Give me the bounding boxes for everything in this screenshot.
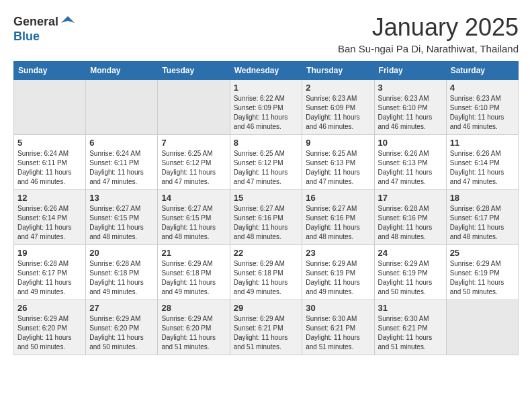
calendar-cell: 5Sunrise: 6:24 AMSunset: 6:11 PMDaylight… (14, 135, 86, 190)
page-header: General Blue January 2025 Ban Su-ngai Pa… (13, 13, 519, 54)
day-number: 29 (234, 303, 299, 313)
day-number: 8 (234, 138, 299, 148)
calendar-table: SundayMondayTuesdayWednesdayThursdayFrid… (13, 61, 519, 355)
day-number: 1 (234, 83, 299, 93)
day-info: Sunrise: 6:27 AMSunset: 6:16 PMDaylight:… (306, 204, 370, 242)
month-title: January 2025 (338, 13, 519, 42)
day-info: Sunrise: 6:23 AMSunset: 6:09 PMDaylight:… (306, 94, 370, 132)
day-number: 14 (161, 193, 226, 203)
calendar-cell: 13Sunrise: 6:27 AMSunset: 6:15 PMDayligh… (86, 190, 158, 245)
day-info: Sunrise: 6:27 AMSunset: 6:16 PMDaylight:… (234, 204, 299, 242)
day-number: 12 (17, 193, 82, 203)
day-info: Sunrise: 6:27 AMSunset: 6:15 PMDaylight:… (89, 204, 154, 242)
day-number: 3 (378, 83, 443, 93)
day-info: Sunrise: 6:25 AMSunset: 6:12 PMDaylight:… (234, 149, 299, 187)
day-number: 22 (234, 248, 299, 258)
day-number: 17 (378, 193, 443, 203)
calendar-cell (158, 80, 230, 135)
day-number: 30 (306, 303, 370, 313)
day-info: Sunrise: 6:26 AMSunset: 6:14 PMDaylight:… (17, 204, 82, 242)
calendar-cell: 10Sunrise: 6:26 AMSunset: 6:13 PMDayligh… (374, 135, 446, 190)
calendar-cell: 21Sunrise: 6:29 AMSunset: 6:18 PMDayligh… (158, 245, 230, 300)
day-number: 9 (306, 138, 370, 148)
calendar-week-row: 12Sunrise: 6:26 AMSunset: 6:14 PMDayligh… (14, 190, 519, 245)
calendar-cell (86, 80, 158, 135)
day-number: 31 (378, 303, 443, 313)
calendar-cell: 4Sunrise: 6:23 AMSunset: 6:10 PMDaylight… (446, 80, 518, 135)
day-info: Sunrise: 6:25 AMSunset: 6:12 PMDaylight:… (161, 149, 226, 187)
calendar-cell (14, 80, 86, 135)
day-info: Sunrise: 6:23 AMSunset: 6:10 PMDaylight:… (450, 94, 515, 132)
day-number: 15 (234, 193, 299, 203)
calendar-cell: 6Sunrise: 6:24 AMSunset: 6:11 PMDaylight… (86, 135, 158, 190)
calendar-cell: 31Sunrise: 6:30 AMSunset: 6:21 PMDayligh… (374, 300, 446, 355)
day-number: 20 (89, 248, 154, 258)
day-number: 13 (89, 193, 154, 203)
calendar-cell: 1Sunrise: 6:22 AMSunset: 6:09 PMDaylight… (230, 80, 302, 135)
calendar-cell: 3Sunrise: 6:23 AMSunset: 6:10 PMDaylight… (374, 80, 446, 135)
day-number: 19 (17, 248, 82, 258)
day-number: 4 (450, 83, 515, 93)
day-number: 10 (378, 138, 443, 148)
day-number: 26 (17, 303, 82, 313)
calendar-cell: 12Sunrise: 6:26 AMSunset: 6:14 PMDayligh… (14, 190, 86, 245)
logo-blue-text: Blue (13, 30, 40, 44)
calendar-cell: 20Sunrise: 6:28 AMSunset: 6:18 PMDayligh… (86, 245, 158, 300)
day-number: 16 (306, 193, 370, 203)
day-info: Sunrise: 6:29 AMSunset: 6:20 PMDaylight:… (161, 314, 226, 352)
day-number: 5 (17, 138, 82, 148)
weekday-header-monday: Monday (86, 62, 158, 80)
day-info: Sunrise: 6:29 AMSunset: 6:20 PMDaylight:… (89, 314, 154, 352)
day-info: Sunrise: 6:28 AMSunset: 6:17 PMDaylight:… (450, 204, 515, 242)
calendar-cell: 27Sunrise: 6:29 AMSunset: 6:20 PMDayligh… (86, 300, 158, 355)
day-info: Sunrise: 6:22 AMSunset: 6:09 PMDaylight:… (234, 94, 299, 132)
day-info: Sunrise: 6:26 AMSunset: 6:14 PMDaylight:… (450, 149, 515, 187)
title-section: January 2025 Ban Su-ngai Pa Di, Narathiw… (338, 13, 519, 54)
calendar-cell: 23Sunrise: 6:29 AMSunset: 6:19 PMDayligh… (302, 245, 374, 300)
calendar-cell: 29Sunrise: 6:29 AMSunset: 6:21 PMDayligh… (230, 300, 302, 355)
calendar-cell: 30Sunrise: 6:30 AMSunset: 6:21 PMDayligh… (302, 300, 374, 355)
day-info: Sunrise: 6:29 AMSunset: 6:19 PMDaylight:… (306, 259, 370, 297)
calendar-cell: 9Sunrise: 6:25 AMSunset: 6:13 PMDaylight… (302, 135, 374, 190)
day-info: Sunrise: 6:24 AMSunset: 6:11 PMDaylight:… (89, 149, 154, 187)
weekday-header-row: SundayMondayTuesdayWednesdayThursdayFrid… (14, 62, 519, 80)
day-number: 28 (161, 303, 226, 313)
day-number: 24 (378, 248, 443, 258)
day-number: 2 (306, 83, 370, 93)
calendar-cell: 24Sunrise: 6:29 AMSunset: 6:19 PMDayligh… (374, 245, 446, 300)
calendar-week-row: 5Sunrise: 6:24 AMSunset: 6:11 PMDaylight… (14, 135, 519, 190)
logo-icon (60, 13, 76, 30)
day-info: Sunrise: 6:29 AMSunset: 6:21 PMDaylight:… (234, 314, 299, 352)
calendar-cell (446, 300, 518, 355)
day-info: Sunrise: 6:29 AMSunset: 6:19 PMDaylight:… (450, 259, 515, 297)
calendar-cell: 15Sunrise: 6:27 AMSunset: 6:16 PMDayligh… (230, 190, 302, 245)
svg-marker-0 (61, 16, 75, 23)
day-number: 7 (161, 138, 226, 148)
calendar-cell: 7Sunrise: 6:25 AMSunset: 6:12 PMDaylight… (158, 135, 230, 190)
calendar-cell: 19Sunrise: 6:28 AMSunset: 6:17 PMDayligh… (14, 245, 86, 300)
day-number: 25 (450, 248, 515, 258)
day-info: Sunrise: 6:26 AMSunset: 6:13 PMDaylight:… (378, 149, 443, 187)
day-info: Sunrise: 6:30 AMSunset: 6:21 PMDaylight:… (306, 314, 370, 352)
logo-general-text: General (13, 15, 58, 29)
calendar-cell: 26Sunrise: 6:29 AMSunset: 6:20 PMDayligh… (14, 300, 86, 355)
calendar-cell: 28Sunrise: 6:29 AMSunset: 6:20 PMDayligh… (158, 300, 230, 355)
day-info: Sunrise: 6:29 AMSunset: 6:18 PMDaylight:… (161, 259, 226, 297)
day-info: Sunrise: 6:23 AMSunset: 6:10 PMDaylight:… (378, 94, 443, 132)
day-number: 23 (306, 248, 370, 258)
calendar-week-row: 19Sunrise: 6:28 AMSunset: 6:17 PMDayligh… (14, 245, 519, 300)
calendar-week-row: 1Sunrise: 6:22 AMSunset: 6:09 PMDaylight… (14, 80, 519, 135)
calendar-cell: 17Sunrise: 6:28 AMSunset: 6:16 PMDayligh… (374, 190, 446, 245)
day-info: Sunrise: 6:24 AMSunset: 6:11 PMDaylight:… (17, 149, 82, 187)
weekday-header-friday: Friday (374, 62, 446, 80)
day-number: 6 (89, 138, 154, 148)
day-number: 18 (450, 193, 515, 203)
calendar-cell: 14Sunrise: 6:27 AMSunset: 6:15 PMDayligh… (158, 190, 230, 245)
logo: General Blue (13, 13, 76, 44)
calendar-cell: 8Sunrise: 6:25 AMSunset: 6:12 PMDaylight… (230, 135, 302, 190)
weekday-header-tuesday: Tuesday (158, 62, 230, 80)
day-info: Sunrise: 6:28 AMSunset: 6:18 PMDaylight:… (89, 259, 154, 297)
weekday-header-saturday: Saturday (446, 62, 518, 80)
calendar-cell: 22Sunrise: 6:29 AMSunset: 6:18 PMDayligh… (230, 245, 302, 300)
day-info: Sunrise: 6:25 AMSunset: 6:13 PMDaylight:… (306, 149, 370, 187)
